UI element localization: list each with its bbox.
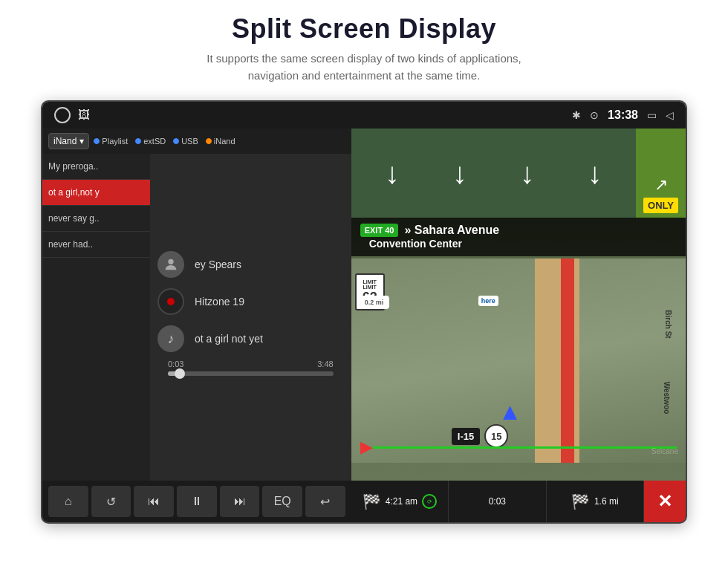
home-button[interactable]: ⌂ bbox=[48, 486, 88, 517]
status-time: 13:38 bbox=[608, 108, 638, 122]
dropdown-arrow-icon: ▾ bbox=[79, 136, 84, 146]
track-row: ♪ ot a girl not yet bbox=[157, 325, 344, 352]
here-logo: here bbox=[478, 296, 498, 306]
source-bar: iNand ▾ Playlist extSD USB bbox=[42, 129, 351, 154]
playlist-item-3[interactable]: never had.. bbox=[42, 232, 150, 258]
sign-only: ↗ ONLY bbox=[636, 129, 686, 218]
music-body: My preroga.. ot a girl,not y never say g… bbox=[42, 154, 351, 481]
radio-dot-inand bbox=[206, 138, 212, 144]
progress-times: 0:03 3:48 bbox=[168, 360, 334, 368]
speed-limit-text2: LIMIT bbox=[363, 284, 377, 290]
track-name: ot a girl not yet bbox=[195, 333, 263, 345]
playlist-label: Playlist bbox=[102, 137, 128, 146]
sign-arrows: ↓ ↓ ↓ ↓ bbox=[351, 129, 636, 218]
bluetooth-icon: ✱ bbox=[572, 109, 581, 121]
only-badge: ONLY bbox=[643, 198, 678, 213]
radio-dot-playlist bbox=[94, 138, 100, 144]
source-extsd[interactable]: extSD bbox=[135, 137, 166, 146]
music-panel: iNand ▾ Playlist extSD USB bbox=[42, 129, 351, 522]
page-header: Split Screen Display It supports the sam… bbox=[0, 0, 728, 91]
vinyl-icon bbox=[157, 288, 184, 315]
screen-icon: ▭ bbox=[647, 109, 657, 121]
next-button[interactable]: ⏭ bbox=[220, 486, 260, 517]
watermark: Seicane bbox=[651, 447, 678, 455]
album-row: Hitzone 19 bbox=[157, 288, 344, 315]
page-title: Split Screen Display bbox=[0, 13, 728, 45]
map-road-area: LIMIT LIMIT 62 0.2 mi here ▲ I-15 15 bbox=[351, 259, 686, 463]
page-subtitle: It supports the same screen display of t… bbox=[0, 51, 728, 84]
device-frame: 🖼 ✱ ⊙ 13:38 ▭ ◁ iNand ▾ Playlist bbox=[41, 100, 687, 524]
exit-sign-area: EXIT 40 » Sahara Avenue Convention Cente… bbox=[351, 218, 686, 256]
pause-button[interactable]: ⏸ bbox=[177, 486, 217, 517]
progress-end: 3:48 bbox=[317, 360, 333, 368]
split-content: iNand ▾ Playlist extSD USB bbox=[42, 129, 686, 522]
radio-dot-usb bbox=[173, 138, 179, 144]
exit-sign-row: EXIT 40 » Sahara Avenue bbox=[360, 224, 677, 237]
playlist-item-2[interactable]: never say g.. bbox=[42, 206, 150, 232]
source-playlist[interactable]: Playlist bbox=[94, 137, 128, 146]
back-icon: ◁ bbox=[666, 109, 674, 121]
source-options: Playlist extSD USB iNand bbox=[94, 137, 235, 146]
status-bar: 🖼 ✱ ⊙ 13:38 ▭ ◁ bbox=[42, 102, 686, 129]
highway-signs: ↓ ↓ ↓ ↓ ↗ ONLY bbox=[351, 129, 686, 218]
nav-arrival-time: 4:21 am bbox=[386, 496, 417, 507]
source-usb[interactable]: USB bbox=[173, 137, 198, 146]
prev-button[interactable]: ⏮ bbox=[134, 486, 174, 517]
artist-icon bbox=[157, 251, 184, 278]
nav-direction-arrow: ▲ bbox=[498, 398, 522, 426]
circle-icon bbox=[54, 107, 71, 123]
album-name: Hitzone 19 bbox=[195, 296, 244, 308]
nav-remaining-distance: 1.6 mi bbox=[594, 496, 619, 507]
nav-bottom-bar: 🏁 4:21 am ⟳ 0:03 🏁 1.6 mi ✕ bbox=[351, 481, 686, 522]
speed-limit-text: LIMIT bbox=[363, 279, 377, 284]
eq-button[interactable]: EQ bbox=[262, 486, 302, 517]
westwood-label: Westwoo bbox=[663, 381, 672, 414]
image-icon: 🖼 bbox=[78, 108, 90, 122]
exit-destination: » Sahara Avenue bbox=[404, 224, 499, 237]
nav-map: ↓ ↓ ↓ ↓ ↗ ONLY EXIT 40 bbox=[351, 129, 686, 522]
extsd-label: extSD bbox=[143, 137, 166, 146]
radio-dot-extsd bbox=[135, 138, 141, 144]
status-left: 🖼 bbox=[54, 107, 90, 123]
nav-panel: ↓ ↓ ↓ ↓ ↗ ONLY EXIT 40 bbox=[351, 129, 686, 522]
source-dropdown[interactable]: iNand ▾ bbox=[48, 133, 89, 149]
playlist-item-0[interactable]: My preroga.. bbox=[42, 154, 150, 180]
source-label: iNand bbox=[53, 136, 77, 146]
distance-box: 0.2 mi bbox=[359, 296, 390, 309]
close-icon: ✕ bbox=[657, 491, 672, 512]
nav-duration-segment: 0:03 bbox=[449, 481, 546, 522]
status-right: ✱ ⊙ 13:38 ▭ ◁ bbox=[572, 108, 674, 122]
svg-point-0 bbox=[168, 259, 173, 264]
road-vertical bbox=[535, 259, 579, 463]
checkered-flag-icon: 🏁 bbox=[363, 492, 381, 510]
eq-label: EQ bbox=[274, 495, 291, 508]
source-inand[interactable]: iNand bbox=[206, 137, 235, 146]
arrow-down-2: ↓ bbox=[452, 157, 467, 190]
artist-row: ey Spears bbox=[157, 251, 344, 278]
location-icon: ⊙ bbox=[590, 109, 599, 121]
playlist-item-1[interactable]: ot a girl,not y bbox=[42, 180, 150, 206]
road-red-route bbox=[561, 259, 574, 463]
repeat-button[interactable]: ↺ bbox=[91, 486, 131, 517]
nav-close-button[interactable]: ✕ bbox=[644, 481, 686, 522]
nav-time-icon: ⟳ bbox=[422, 494, 437, 509]
progress-area: 0:03 3:48 bbox=[157, 352, 344, 383]
playlist: My preroga.. ot a girl,not y never say g… bbox=[42, 154, 150, 481]
progress-start: 0:03 bbox=[168, 360, 183, 368]
nav-time-segment: 🏁 4:21 am ⟳ bbox=[351, 481, 449, 522]
progress-thumb[interactable] bbox=[175, 368, 185, 379]
green-line bbox=[373, 446, 677, 449]
direction-arrow-row: ▶ bbox=[351, 438, 686, 457]
birch-st-label: Birch St bbox=[663, 310, 672, 338]
arrow-down-3: ↓ bbox=[520, 157, 535, 190]
controls-bar: ⌂ ↺ ⏮ ⏸ ⏭ EQ ↩ bbox=[42, 481, 351, 522]
player-area: ey Spears Hitzone 19 ♪ ot a girl not yet bbox=[150, 154, 351, 481]
red-arrow-icon: ▶ bbox=[360, 438, 373, 457]
track-info: ey Spears Hitzone 19 ♪ ot a girl not yet bbox=[157, 251, 344, 352]
exit-badge: EXIT 40 bbox=[360, 224, 399, 237]
back-button[interactable]: ↩ bbox=[305, 486, 345, 517]
exit-subtitle: Convention Center bbox=[369, 238, 462, 250]
arrow-down-4: ↓ bbox=[588, 157, 602, 190]
nav-duration: 0:03 bbox=[489, 496, 506, 507]
progress-bar[interactable] bbox=[168, 371, 334, 376]
